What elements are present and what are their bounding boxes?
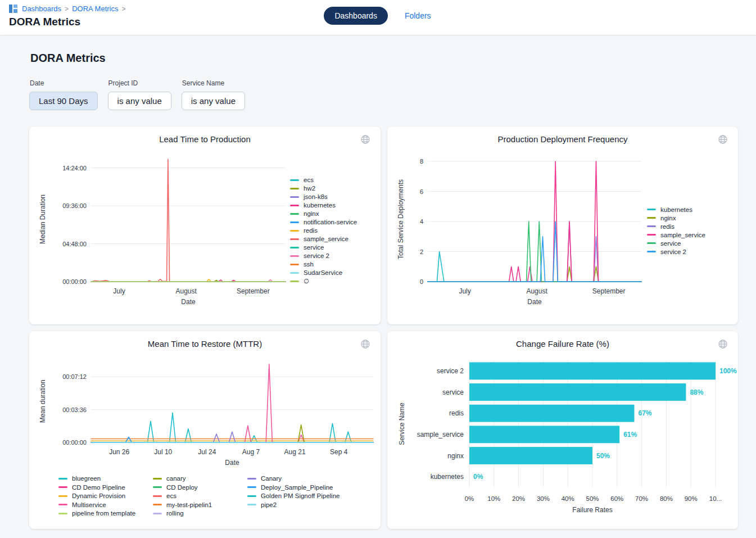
svg-text:0%: 0% (473, 473, 483, 481)
legend-item[interactable]: service (290, 244, 372, 251)
breadcrumb-separator: > (65, 5, 69, 13)
legend-item[interactable]: nginx (647, 215, 729, 221)
legend-item[interactable]: sample_service (290, 236, 372, 242)
legend-label: json-k8s (304, 193, 328, 200)
legend-item[interactable]: kubernetes (647, 206, 729, 213)
legend-item[interactable]: service 2 (290, 252, 372, 259)
svg-text:Jun 26: Jun 26 (109, 448, 129, 456)
panel-production-deployment-frequency: Production Deployment Frequency 02468Jul… (387, 126, 738, 324)
svg-text:Date: Date (225, 459, 239, 467)
filter-service-name-label: Service Name (182, 79, 245, 87)
filter-date-value[interactable]: Last 90 Days (29, 92, 98, 110)
lead-time-chart: 00:00:0004:48:0009:36:0014:24:00JulyAugu… (37, 147, 290, 314)
legend-item[interactable]: Dynamic Provision (58, 492, 153, 499)
legend-label: service 2 (660, 248, 686, 255)
legend-label: canary (166, 475, 186, 482)
panel-title: Lead Time to Production (37, 133, 373, 144)
legend-label: service (304, 244, 324, 251)
breadcrumb-dashboards[interactable]: Dashboards (22, 4, 61, 13)
legend-swatch (290, 230, 299, 232)
svg-text:Sep 4: Sep 4 (330, 448, 348, 456)
svg-text:100%: 100% (719, 367, 737, 375)
legend-swatch (58, 504, 67, 505)
legend-label: pipe2 (261, 501, 277, 508)
svg-text:Jul 10: Jul 10 (154, 448, 172, 456)
svg-text:sample_service: sample_service (417, 431, 464, 438)
globe-icon[interactable] (717, 133, 729, 147)
filter-service-name-value[interactable]: is any value (182, 92, 245, 110)
panel-mean-time-to-restore: Mean Time to Restore (MTTR) 00:00:0000:0… (29, 331, 381, 529)
legend-swatch (247, 495, 256, 497)
globe-icon[interactable] (359, 338, 372, 352)
legend-item[interactable]: rolling (153, 510, 247, 517)
legend-item[interactable]: hw2 (290, 185, 372, 192)
legend-swatch (153, 478, 162, 480)
legend-item[interactable]: redis (647, 223, 729, 230)
legend-item[interactable]: json-k8s (290, 193, 372, 200)
svg-text:Aug 7: Aug 7 (242, 448, 260, 456)
svg-text:90%: 90% (685, 495, 698, 502)
svg-text:4: 4 (420, 218, 423, 225)
panels-grid: Lead Time to Production 00:00:0004:48:00… (29, 126, 738, 529)
svg-text:00:07:12: 00:07:12 (62, 373, 87, 380)
legend-swatch (290, 213, 299, 215)
legend-item[interactable]: ssh (290, 261, 372, 268)
legend-swatch (153, 504, 162, 505)
legend-item[interactable]: my-test-pipelin1 (153, 501, 247, 508)
filter-project-id-value[interactable]: is any value (108, 92, 171, 110)
panel-lead-time-to-production: Lead Time to Production 00:00:0004:48:00… (29, 126, 381, 324)
legend-item[interactable]: SudarService (290, 269, 372, 276)
legend-item[interactable]: nginx (290, 210, 372, 217)
legend-label: ∅ (304, 278, 309, 284)
legend-item[interactable]: Multiservice (58, 501, 153, 508)
legend-item[interactable]: CD Deploy (153, 484, 247, 491)
filter-bar: Date Last 90 Days Project ID is any valu… (29, 79, 738, 110)
globe-icon[interactable] (359, 133, 372, 147)
svg-text:60%: 60% (610, 495, 623, 502)
legend-item[interactable]: Canary (247, 475, 342, 482)
legend-item[interactable]: kubernetes (290, 202, 372, 209)
legend-swatch (290, 255, 299, 257)
breadcrumb-dora-metrics[interactable]: DORA Metrics (72, 4, 118, 13)
legend-item[interactable]: Deploy_Sample_Pipeline (247, 484, 342, 491)
legend-label: hw2 (304, 185, 315, 192)
legend-item[interactable]: canary (153, 475, 247, 482)
svg-text:August: August (175, 287, 197, 295)
svg-text:Date: Date (527, 298, 542, 306)
deployment-frequency-legend: kubernetesnginxredissample_serviceservic… (647, 206, 729, 255)
tab-folders[interactable]: Folders (404, 7, 432, 25)
svg-text:09:36:00: 09:36:00 (62, 202, 87, 209)
legend-item[interactable]: sample_service (647, 232, 729, 238)
dashboard-content: DORA Metrics Date Last 90 Days Project I… (0, 35, 756, 529)
legend-label: kubernetes (660, 206, 692, 213)
svg-text:50%: 50% (586, 495, 599, 502)
legend-swatch (290, 196, 299, 198)
svg-text:8: 8 (420, 158, 423, 165)
legend-swatch (247, 486, 256, 488)
legend-item[interactable]: pipeline from template (58, 510, 153, 517)
legend-label: ecs (166, 492, 176, 499)
legend-item[interactable]: ecs (153, 492, 247, 499)
top-bar: Dashboards > DORA Metrics > DORA Metrics… (0, 0, 756, 35)
legend-label: CD Deploy (166, 484, 198, 491)
legend-item[interactable]: Golden PM Signoff Pipeline (247, 492, 342, 499)
globe-icon[interactable] (717, 338, 729, 352)
legend-item[interactable]: CD Demo Pipeline (58, 484, 153, 491)
filter-date-label: Date (30, 79, 98, 87)
legend-item[interactable]: ecs (290, 177, 372, 183)
svg-text:Failure Rates: Failure Rates (572, 506, 612, 514)
tab-dashboards[interactable]: Dashboards (324, 7, 388, 25)
legend-swatch (290, 238, 299, 240)
legend-item[interactable]: bluegreen (58, 475, 153, 482)
legend-item[interactable]: redis (290, 227, 372, 234)
legend-label: Multiservice (72, 501, 106, 508)
legend-item[interactable]: service 2 (647, 248, 729, 255)
filter-project-id: Project ID is any value (108, 79, 171, 110)
svg-text:redis: redis (449, 409, 464, 417)
legend-item[interactable]: service (647, 240, 729, 247)
panel-title: Production Deployment Frequency (395, 133, 730, 144)
lead-time-legend: ecshw2json-k8skubernetesnginxnotificatio… (290, 177, 372, 284)
legend-item[interactable]: pipe2 (247, 501, 342, 508)
legend-item[interactable]: notification-service (290, 219, 372, 225)
legend-item[interactable]: ∅ (290, 278, 372, 284)
